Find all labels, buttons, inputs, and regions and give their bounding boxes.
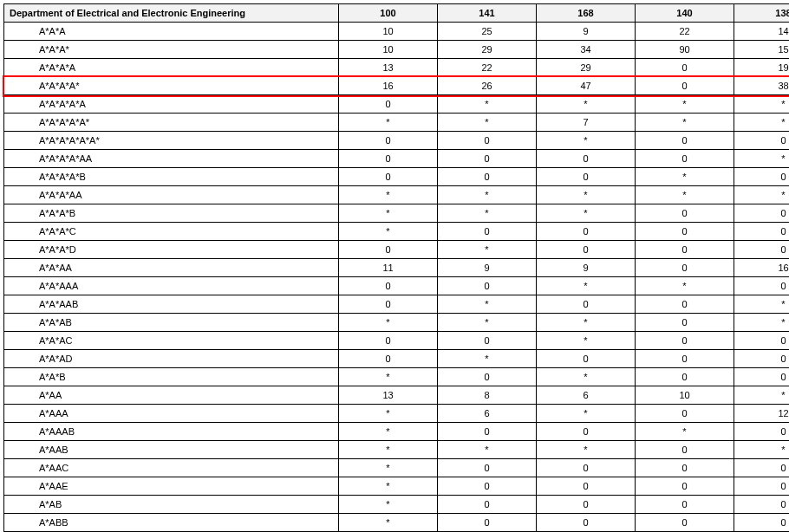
row-value: * [537, 132, 636, 150]
row-value: 0 [636, 459, 734, 477]
row-value: 0 [636, 441, 734, 459]
row-value: 0 [734, 132, 790, 150]
row-value: * [339, 441, 438, 459]
row-value: * [438, 204, 537, 223]
row-value: 0 [438, 223, 537, 241]
row-value: 0 [537, 423, 636, 441]
row-value: 13 [339, 59, 438, 77]
row-value: * [339, 459, 438, 477]
table-row: A*AAE*0000 [4, 477, 790, 496]
row-value: * [734, 295, 790, 314]
row-value: * [537, 314, 636, 332]
row-value: 26 [438, 77, 537, 95]
row-value: 22 [438, 59, 537, 77]
row-value: * [339, 477, 438, 496]
row-value: 7 [537, 114, 636, 132]
row-value: 10 [636, 386, 734, 405]
table-row: A*A*AC00*00 [4, 332, 790, 350]
row-value: 9 [537, 259, 636, 277]
table-row: A*A*A*A*B000*0 [4, 168, 790, 186]
row-label: A*A*A*A*A* [4, 114, 339, 132]
row-value: 0 [537, 241, 636, 259]
row-value: 0 [734, 368, 790, 386]
row-value: 14 [734, 23, 790, 41]
row-value: 0 [438, 459, 537, 477]
row-value: 34 [537, 41, 636, 59]
row-value: 0 [339, 132, 438, 150]
row-value: * [734, 314, 790, 332]
table-row: A*A*B*0*00 [4, 368, 790, 386]
row-value: 0 [734, 423, 790, 441]
table-row: A*A*AA1199016 [4, 259, 790, 277]
row-value: 0 [438, 277, 537, 295]
table-row: A*A*A*A*A***7** [4, 114, 790, 132]
row-value: 6 [438, 405, 537, 423]
row-value: * [636, 168, 734, 186]
row-value: * [339, 114, 438, 132]
table-row: A*AB*0000 [4, 496, 790, 514]
row-value: 11 [339, 259, 438, 277]
table-row: A*A*A*A*AA0000* [4, 150, 790, 168]
row-value: 47 [537, 77, 636, 95]
row-value: 0 [438, 477, 537, 496]
row-value: 0 [636, 77, 734, 95]
row-value: * [537, 277, 636, 295]
row-value: 0 [537, 514, 636, 532]
row-value: 0 [734, 168, 790, 186]
row-value: 29 [438, 41, 537, 59]
row-value: * [734, 95, 790, 114]
row-value: 0 [636, 314, 734, 332]
table-row: A*A*AAB0*00* [4, 295, 790, 314]
row-value: 0 [537, 295, 636, 314]
row-value: 0 [734, 332, 790, 350]
row-value: * [438, 186, 537, 204]
row-value: 0 [734, 459, 790, 477]
row-value: * [537, 332, 636, 350]
row-value: 0 [438, 150, 537, 168]
header-row: Department of Electrical and Electronic … [4, 4, 790, 23]
table-row: A*A*A*B***00 [4, 204, 790, 223]
row-value: 0 [537, 150, 636, 168]
row-value: 0 [339, 332, 438, 350]
row-label: A*A*A*A*AA [4, 150, 339, 168]
row-value: * [438, 314, 537, 332]
row-label: A*A*A [4, 23, 339, 41]
row-value: * [734, 150, 790, 168]
row-value: * [438, 441, 537, 459]
row-value: 10 [339, 23, 438, 41]
row-label: A*A*A*A*A [4, 95, 339, 114]
row-value: 6 [537, 386, 636, 405]
row-value: 0 [636, 223, 734, 241]
row-label: A*A*AC [4, 332, 339, 350]
row-value: * [734, 114, 790, 132]
row-value: 0 [636, 59, 734, 77]
row-value: 0 [734, 277, 790, 295]
row-value: 0 [636, 259, 734, 277]
row-label: A*AAE [4, 477, 339, 496]
row-label: A*A*AD [4, 350, 339, 368]
row-value: * [537, 405, 636, 423]
row-value: * [537, 95, 636, 114]
row-value: 0 [734, 204, 790, 223]
row-value: 0 [339, 150, 438, 168]
row-label: A*A*A*D [4, 241, 339, 259]
row-value: * [636, 186, 734, 204]
table-row: A*A*A*D0*000 [4, 241, 790, 259]
row-value: * [339, 405, 438, 423]
row-label: A*A*A*A [4, 59, 339, 77]
row-value: * [438, 114, 537, 132]
table-row: A*A*A*A*A0**** [4, 95, 790, 114]
row-value: * [438, 95, 537, 114]
row-value: * [339, 204, 438, 223]
row-value: 0 [438, 132, 537, 150]
table-row: A*A*AB***0* [4, 314, 790, 332]
row-label: A*AB [4, 496, 339, 514]
row-value: * [438, 350, 537, 368]
table-row: A*A*A102592214 [4, 23, 790, 41]
row-label: A*AAAB [4, 423, 339, 441]
row-value: 0 [734, 496, 790, 514]
header-col-0: 100 [339, 4, 438, 23]
table-row: A*AAC*0000 [4, 459, 790, 477]
row-value: 0 [537, 459, 636, 477]
row-value: 0 [537, 223, 636, 241]
